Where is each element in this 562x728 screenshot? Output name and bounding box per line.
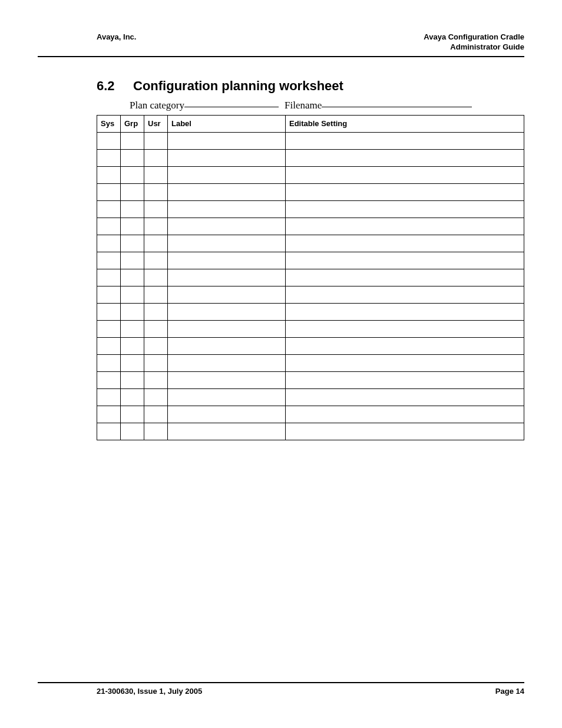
- table-cell: [168, 252, 286, 269]
- table-cell: [97, 166, 121, 183]
- table-cell: [286, 269, 524, 286]
- table-cell: [97, 252, 121, 269]
- table-cell: [286, 235, 524, 252]
- table-row: [97, 252, 524, 269]
- table-cell: [121, 371, 144, 388]
- plan-category-blank: [184, 97, 279, 107]
- table-cell: [168, 218, 286, 235]
- header-right-line2: Administrator Guide: [424, 42, 524, 52]
- table-cell: [121, 269, 144, 286]
- table-cell: [144, 320, 168, 337]
- table-cell: [286, 286, 524, 303]
- table-cell: [121, 320, 144, 337]
- table-cell: [144, 200, 168, 218]
- table-cell: [286, 183, 524, 200]
- table-cell: [121, 132, 144, 149]
- table-cell: [286, 354, 524, 371]
- table-cell: [121, 354, 144, 371]
- col-header-editable: Editable Setting: [286, 115, 524, 132]
- table-cell: [168, 388, 286, 406]
- table-cell: [168, 166, 286, 183]
- table-cell: [168, 235, 286, 252]
- table-cell: [168, 320, 286, 337]
- table-cell: [168, 149, 286, 166]
- table-row: [97, 320, 524, 337]
- table-cell: [286, 388, 524, 406]
- table-cell: [97, 337, 121, 354]
- table-cell: [144, 406, 168, 423]
- table-cell: [168, 423, 286, 440]
- table-cell: [168, 132, 286, 149]
- table-cell: [144, 337, 168, 354]
- plan-category-field: Plan category: [130, 98, 279, 111]
- table-cell: [286, 371, 524, 388]
- table-cell: [286, 252, 524, 269]
- table-row: [97, 354, 524, 371]
- footer-left: 21-300630, Issue 1, July 2005: [97, 687, 202, 696]
- table-cell: [97, 303, 121, 320]
- section-title: Configuration planning worksheet: [133, 78, 343, 94]
- table-cell: [97, 320, 121, 337]
- table-row: [97, 166, 524, 183]
- table-cell: [144, 303, 168, 320]
- table-cell: [121, 252, 144, 269]
- fill-in-line: Plan category Filename: [97, 98, 524, 111]
- table-cell: [144, 218, 168, 235]
- table-cell: [144, 423, 168, 440]
- table-row: [97, 200, 524, 218]
- page-footer: 21-300630, Issue 1, July 2005 Page 14: [38, 682, 524, 696]
- table-row: [97, 218, 524, 235]
- table-cell: [144, 183, 168, 200]
- header-right: Avaya Configuration Cradle Administrator…: [424, 32, 524, 52]
- section-number: 6.2: [97, 78, 118, 94]
- filename-field: Filename: [285, 98, 472, 111]
- table-cell: [144, 132, 168, 149]
- table-cell: [97, 371, 121, 388]
- table-cell: [121, 388, 144, 406]
- table-cell: [97, 149, 121, 166]
- table-header-row: Sys Grp Usr Label Editable Setting: [97, 115, 524, 132]
- table-cell: [286, 132, 524, 149]
- table-body: [97, 132, 524, 440]
- table-cell: [286, 149, 524, 166]
- table-cell: [286, 303, 524, 320]
- page-header: Avaya, Inc. Avaya Configuration Cradle A…: [38, 32, 524, 57]
- table-cell: [168, 406, 286, 423]
- table-cell: [121, 200, 144, 218]
- table-cell: [121, 406, 144, 423]
- table-cell: [121, 149, 144, 166]
- table-row: [97, 337, 524, 354]
- table-cell: [286, 320, 524, 337]
- table-row: [97, 132, 524, 149]
- table-row: [97, 286, 524, 303]
- table-row: [97, 149, 524, 166]
- col-header-label: Label: [168, 115, 286, 132]
- table-cell: [168, 354, 286, 371]
- table-cell: [144, 149, 168, 166]
- table-row: [97, 235, 524, 252]
- table-cell: [121, 303, 144, 320]
- table-cell: [97, 218, 121, 235]
- worksheet-table: Sys Grp Usr Label Editable Setting: [97, 115, 524, 440]
- section-heading: 6.2 Configuration planning worksheet: [97, 78, 524, 94]
- table-cell: [168, 286, 286, 303]
- table-cell: [286, 218, 524, 235]
- table-cell: [168, 269, 286, 286]
- table-cell: [168, 303, 286, 320]
- page-content: 6.2 Configuration planning worksheet Pla…: [38, 57, 524, 440]
- table-cell: [286, 406, 524, 423]
- table-cell: [97, 132, 121, 149]
- table-cell: [97, 183, 121, 200]
- table-cell: [97, 269, 121, 286]
- filename-label: Filename: [285, 100, 322, 111]
- table-cell: [144, 371, 168, 388]
- table-row: [97, 388, 524, 406]
- table-cell: [121, 166, 144, 183]
- table-cell: [168, 183, 286, 200]
- table-cell: [144, 354, 168, 371]
- table-cell: [121, 218, 144, 235]
- table-cell: [144, 252, 168, 269]
- table-cell: [144, 166, 168, 183]
- table-cell: [97, 406, 121, 423]
- table-cell: [286, 166, 524, 183]
